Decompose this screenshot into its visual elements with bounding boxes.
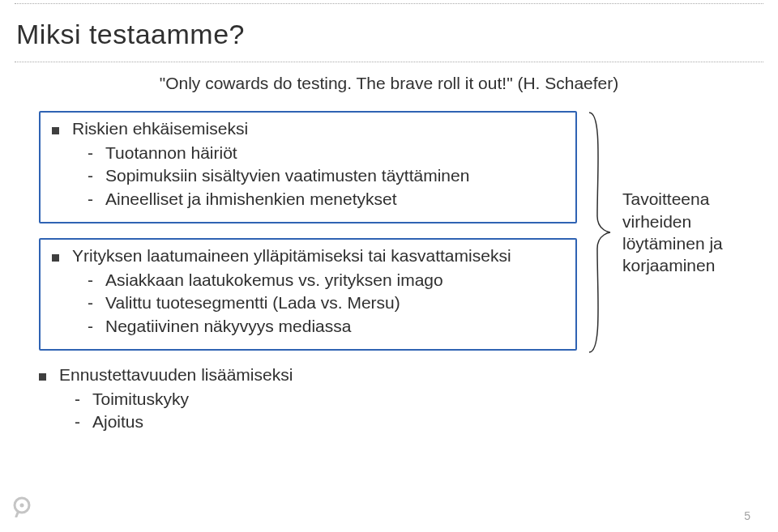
page-title: Miksi testaamme? [15, 4, 763, 62]
box-heading-text: Riskien ehkäisemiseksi [72, 119, 248, 138]
brace-column [585, 111, 614, 368]
page-number: 5 [744, 509, 750, 522]
logo-icon [11, 496, 32, 517]
list-item: Negatiivinen näkyvyys mediassa [88, 315, 564, 338]
bullet-icon [52, 254, 59, 262]
svg-point-1 [20, 504, 24, 508]
list-item: Ajoitus [75, 411, 763, 433]
footer-block: Ennustettavuuden lisäämiseksi Toimitusky… [15, 365, 763, 434]
content-row: Riskien ehkäisemiseksi Tuotannon häiriöt… [15, 111, 763, 368]
summary-column: Tavoitteena virheiden löytäminen ja korj… [622, 111, 760, 368]
bullet-icon [52, 127, 59, 134]
list-item: Aineelliset ja ihmishenkien menetykset [88, 188, 564, 211]
list-item: Toimituskyky [75, 388, 763, 411]
boxes-column: Riskien ehkäisemiseksi Tuotannon häiriöt… [39, 111, 577, 368]
footer-heading-text: Ennustettavuuden lisäämiseksi [59, 365, 293, 385]
box-quality: Yrityksen laatumaineen ylläpitämiseksi t… [39, 238, 577, 351]
box-list: Tuotannon häiriöt Sopimuksiin sisältyvie… [52, 142, 564, 211]
list-item: Valittu tuotesegmentti (Lada vs. Mersu) [88, 292, 564, 314]
box-heading: Yrityksen laatumaineen ylläpitämiseksi t… [52, 246, 564, 266]
list-item: Asiakkaan laatukokemus vs. yrityksen ima… [88, 269, 564, 292]
bullet-icon [39, 373, 46, 381]
quote-text: "Only cowards do testing. The brave roll… [15, 62, 763, 111]
list-item: Sopimuksiin sisältyvien vaatimusten täyt… [88, 164, 564, 187]
list-item: Tuotannon häiriöt [88, 142, 564, 164]
box-risks: Riskien ehkäisemiseksi Tuotannon häiriöt… [39, 111, 577, 223]
box-heading-text: Yrityksen laatumaineen ylläpitämiseksi t… [72, 246, 511, 266]
footer-list: Toimituskyky Ajoitus [39, 388, 763, 434]
summary-text: Tavoitteena virheiden löytäminen ja korj… [622, 188, 760, 276]
box-list: Asiakkaan laatukokemus vs. yrityksen ima… [52, 269, 564, 338]
brace-icon [588, 111, 612, 354]
box-heading: Riskien ehkäisemiseksi [52, 119, 564, 138]
